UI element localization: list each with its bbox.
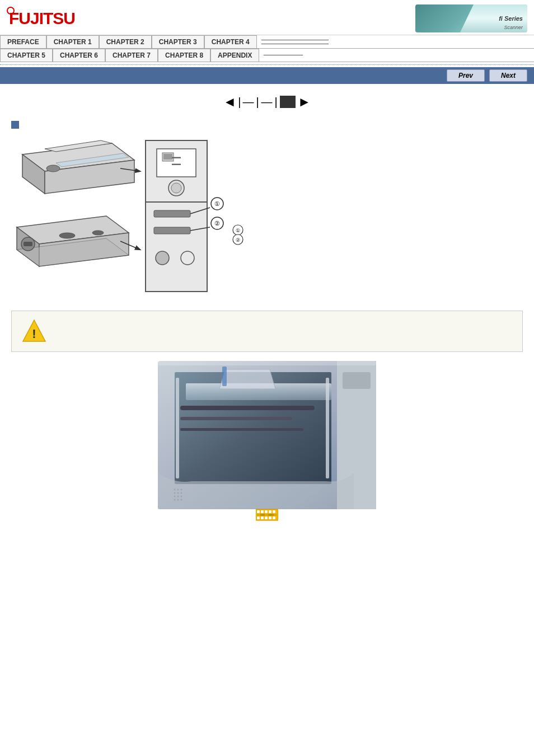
bar-icon-2: | [256,96,259,109]
svg-point-47 [174,499,176,501]
scanner-photo-svg [158,361,376,509]
svg-rect-33 [180,428,303,431]
svg-text:!: ! [32,327,36,341]
warning-triangle-icon: ! [21,318,48,345]
svg-text:①: ① [214,200,220,207]
main-content: ◄ | — | — | ► [0,84,534,522]
tab-appendix[interactable]: APPENDIX [210,49,259,62]
svg-rect-17 [154,227,190,234]
svg-point-3 [92,231,104,235]
next-button[interactable]: Next [489,69,527,82]
prev-button[interactable]: Prev [447,69,485,82]
svg-rect-65 [260,514,265,516]
tab-chapter4[interactable]: CHAPTER 4 [204,35,257,48]
tab-chapter3[interactable]: CHAPTER 3 [152,35,204,48]
svg-point-41 [174,492,176,494]
svg-text:①: ① [236,228,240,233]
svg-rect-35 [326,378,329,478]
svg-point-48 [177,499,179,501]
svg-rect-54 [257,510,260,513]
scanner-diagram-container: ▬▬ ▬▬ [11,138,224,302]
banner-subtitle: Scanner [504,25,523,30]
svg-point-18 [156,251,169,265]
nav-spacer-2 [259,49,534,62]
svg-rect-11 [163,154,172,159]
logo-text: FUJITSU [7,9,75,27]
tab-chapter5[interactable]: CHAPTER 5 [0,49,53,62]
tab-preface[interactable]: PREFACE [0,35,46,48]
svg-point-44 [174,496,176,497]
forward-icon[interactable]: ► [298,94,311,110]
page-header: FUJITSU fi Series Scanner [0,0,534,35]
toolbar: Prev Next [0,67,534,84]
svg-rect-57 [269,510,271,513]
svg-rect-66 [268,514,274,516]
rewind-icon[interactable]: ◄ [223,94,236,110]
svg-text:②: ② [236,237,240,243]
svg-point-2 [59,233,75,238]
svg-point-45 [177,496,179,497]
nav-row-1: PREFACE CHAPTER 1 CHAPTER 2 CHAPTER 3 CH… [0,35,534,49]
tab-chapter6[interactable]: CHAPTER 6 [53,49,105,62]
tab-chapter8[interactable]: CHAPTER 8 [158,49,210,62]
scanner-diagram-svg: ▬▬ ▬▬ [11,138,252,300]
svg-rect-61 [265,516,268,519]
svg-rect-55 [261,510,264,513]
svg-rect-34 [176,378,179,478]
svg-point-39 [177,489,179,491]
svg-rect-32 [180,417,292,420]
fi-series-text: fi Series [499,15,523,22]
nav-line-2 [261,44,329,44]
svg-rect-37 [343,372,371,389]
warning-text [54,322,513,339]
svg-rect-58 [273,510,275,513]
svg-point-19 [181,251,194,265]
warning-svg: ! [21,318,48,345]
nav-separator [0,64,534,65]
bar-icon-1: | [238,96,241,109]
svg-rect-60 [261,516,264,519]
scanner-top-group [22,140,140,194]
svg-rect-64 [257,514,277,516]
fi-series-banner: fi Series Scanner [415,4,527,32]
filmstrip-icon [256,506,278,525]
svg-point-46 [181,496,182,497]
svg-rect-51 [158,361,376,365]
svg-rect-59 [257,516,260,519]
transport-controls: ◄ | — | — | ► [11,94,523,110]
svg-point-42 [177,492,179,494]
svg-point-40 [181,489,182,491]
tab-chapter1[interactable]: CHAPTER 1 [46,35,99,48]
filmstrip-svg [256,506,278,523]
scanner-bottom-group [17,216,140,266]
warning-box: ! [11,311,523,352]
fujitsu-logo: FUJITSU [7,9,75,28]
svg-rect-16 [154,210,190,217]
nav-line-3 [264,55,303,55]
diagram-section: ▬▬ ▬▬ [11,138,523,302]
sep-line-2: — [261,96,273,109]
nav-line-1 [261,40,329,40]
sep-line-1: — [242,96,254,109]
svg-rect-62 [269,516,271,519]
photo-container [11,361,523,511]
svg-rect-56 [265,510,268,513]
section-marker [11,121,19,129]
svg-point-38 [174,489,176,491]
svg-text:②: ② [214,220,220,227]
tab-chapter7[interactable]: CHAPTER 7 [105,49,158,62]
svg-rect-63 [273,516,275,519]
svg-point-0 [46,165,60,172]
svg-point-43 [181,492,182,494]
svg-text:▬▬: ▬▬ [172,161,181,166]
svg-text:▬▬: ▬▬ [172,154,181,159]
logo-circle-icon [7,7,15,15]
tab-chapter2[interactable]: CHAPTER 2 [99,35,152,48]
svg-rect-50 [222,367,227,386]
bar-icon-3: | [275,96,278,109]
svg-rect-5 [24,242,32,246]
nav-spacer-1 [257,35,534,48]
svg-point-15 [171,183,181,193]
nav-row-2: CHAPTER 5 CHAPTER 6 CHAPTER 7 CHAPTER 8 … [0,49,534,62]
svg-point-49 [181,499,182,501]
